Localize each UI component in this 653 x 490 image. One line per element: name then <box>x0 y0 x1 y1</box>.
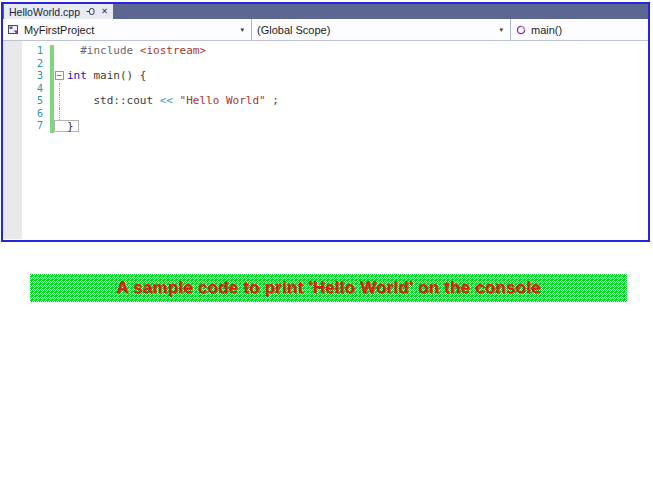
code-line: 3 − int main() { <box>3 70 648 83</box>
caption-text: A sample code to print 'Hello World' on … <box>116 278 540 298</box>
project-dropdown-value: MyFirstProject <box>24 24 235 36</box>
line-number: 7 <box>3 120 50 133</box>
method-icon <box>516 25 526 35</box>
outline-margin <box>54 120 67 133</box>
outline-guide-line <box>54 95 67 108</box>
chevron-down-icon[interactable]: ▾ <box>240 26 246 34</box>
document-tab-bar: HelloWorld.cpp ✕ <box>3 4 648 19</box>
code-text-area[interactable]: 1 #include <iostream> 2 3 − int main() { <box>3 41 648 239</box>
line-number: 1 <box>3 45 50 58</box>
line-number: 5 <box>3 95 50 108</box>
chevron-down-icon[interactable]: ▾ <box>499 26 505 34</box>
outline-guide-line <box>54 108 67 121</box>
outline-margin: − <box>54 70 67 83</box>
code-line: 6 <box>3 108 648 121</box>
line-number: 6 <box>3 108 50 121</box>
code-line: 5 std::cout << "Hello World" ; <box>3 95 648 108</box>
pin-icon[interactable] <box>86 7 95 16</box>
close-icon[interactable]: ✕ <box>101 7 108 16</box>
code-lines: 1 #include <iostream> 2 3 − int main() { <box>3 41 648 133</box>
outline-margin <box>54 58 67 71</box>
code-text: std::cout << "Hello World" ; <box>67 95 279 108</box>
scope-dropdown-value: (Global Scope) <box>257 24 494 36</box>
member-dropdown[interactable]: main() <box>511 19 648 40</box>
member-dropdown-value: main() <box>531 24 643 36</box>
scope-dropdown[interactable]: (Global Scope) ▾ <box>252 19 511 40</box>
navigation-bar: MyFirstProject ▾ (Global Scope) ▾ main() <box>3 19 648 41</box>
code-line: 1 #include <iostream> <box>3 45 648 58</box>
code-text: } <box>67 120 79 133</box>
line-number: 2 <box>3 58 50 71</box>
caption-banner: A sample code to print 'Hello World' on … <box>30 274 627 302</box>
tab-helloworld-cpp[interactable]: HelloWorld.cpp ✕ <box>4 4 113 19</box>
code-text: #include <iostream> <box>67 45 206 58</box>
line-number: 4 <box>3 83 50 96</box>
outline-margin <box>54 45 67 58</box>
outline-guide-line <box>54 83 67 96</box>
line-number: 3 <box>3 70 50 83</box>
code-text: int main() { <box>67 70 146 83</box>
project-icon <box>8 24 19 35</box>
code-editor-window: HelloWorld.cpp ✕ MyFirstProject ▾ <box>1 2 650 242</box>
collapse-region-icon[interactable]: − <box>55 71 64 80</box>
project-dropdown[interactable]: MyFirstProject ▾ <box>3 19 252 40</box>
tab-title: HelloWorld.cpp <box>9 6 80 18</box>
code-line: 7 } <box>3 120 648 133</box>
